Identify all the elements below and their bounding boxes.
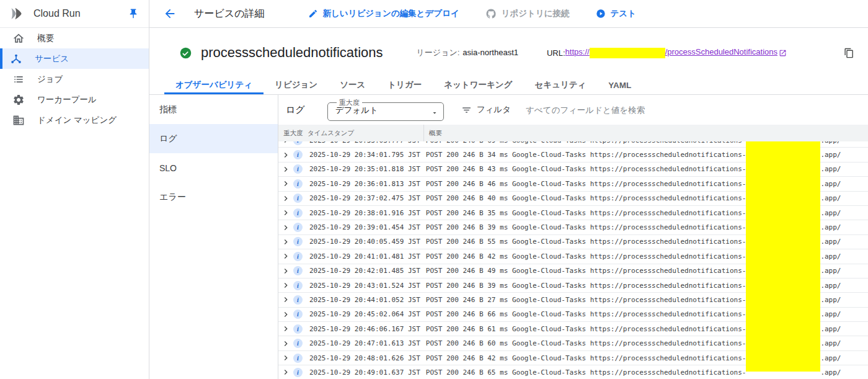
log-row[interactable]: i 2025-10-29 20:42:01.485 JST POST 200 2… [278,264,868,279]
subnav-item-errors[interactable]: エラー [149,182,278,212]
sidebar-item-label: 概要 [37,33,54,44]
back-arrow-icon[interactable] [163,6,178,21]
log-row[interactable]: i 2025-10-29 20:39:01.454 JST POST 200 2… [278,220,868,234]
column-header-timestamp: タイムスタンプ [308,129,423,138]
log-row[interactable]: i 2025-10-29 20:37:02.475 JST POST 200 2… [278,192,868,206]
chevron-right-icon[interactable] [281,141,292,145]
service-url-link[interactable]: https:///processScheduledNotifications [565,47,777,58]
tab-revisions[interactable]: リビジョン [264,78,329,94]
tab-security[interactable]: セキュリティ [523,78,597,94]
log-summary: POST 200 246 B 61 ms Google-Cloud-Tasks … [426,325,746,333]
sidebar-item-label: ジョブ [37,74,63,85]
chevron-right-icon[interactable] [281,223,292,233]
log-summary: POST 200 246 B 42 ms Google-Cloud-Tasks … [426,354,746,362]
log-url-suffix: .app/ [820,310,841,318]
chevron-right-icon[interactable] [281,295,292,305]
pin-icon[interactable] [128,8,139,19]
log-row[interactable]: i 2025-10-29 20:45:02.064 JST POST 200 2… [278,308,868,322]
log-timestamp: 2025-10-29 20:37:02.475 JST [309,194,420,202]
log-url-suffix: .app/ [820,151,841,159]
log-timestamp: 2025-10-29 20:47:01.613 JST [309,339,420,347]
gear-icon [12,94,25,106]
sidebar-item-overview[interactable]: 概要 [0,28,149,48]
chevron-right-icon[interactable] [281,266,292,276]
chevron-right-icon[interactable] [281,150,292,160]
open-in-new-icon[interactable] [779,49,787,57]
log-url-suffix: .app/ [820,223,841,231]
severity-dropdown-value: デフォルト [335,105,438,116]
log-row[interactable]: i 2025-10-29 20:34:01.795 JST POST 200 2… [278,148,868,162]
subnav-item-logs[interactable]: ログ [149,124,278,153]
tab-observability[interactable]: オブザーバビリティ [164,78,264,94]
tab-networking[interactable]: ネットワーキング [433,78,523,94]
chevron-right-icon[interactable] [281,194,292,203]
sidebar-item-domain-mappings[interactable]: ドメイン マッピング [0,110,149,130]
chevron-right-icon[interactable] [281,324,292,334]
subnav-item-metrics[interactable]: 指標 [149,95,278,124]
action-label: テスト [611,8,636,19]
sidebar-item-jobs[interactable]: ジョブ [0,69,149,89]
tab-triggers[interactable]: トリガー [376,78,433,94]
sidebar-item-services[interactable]: サービス [0,48,149,69]
chevron-right-icon[interactable] [281,339,292,349]
log-row[interactable]: i 2025-10-29 20:36:01.813 JST POST 200 2… [278,177,868,191]
chevron-right-icon[interactable] [281,208,292,218]
severity-dropdown[interactable]: 重大度 デフォルト [327,99,444,121]
chevron-right-icon[interactable] [281,164,292,174]
tab-source[interactable]: ソース [329,78,376,94]
product-title: Cloud Run [33,8,128,19]
log-row[interactable]: i 2025-10-29 20:46:06.167 JST POST 200 2… [278,322,868,336]
chevron-right-icon[interactable] [281,367,292,377]
info-icon: i [293,141,303,145]
copy-icon[interactable] [844,48,854,58]
log-row[interactable]: i 2025-10-29 20:47:01.613 JST POST 200 2… [278,336,868,350]
subnav-item-slo[interactable]: SLO [149,153,278,182]
log-row[interactable]: i 2025-10-29 20:38:01.916 JST POST 200 2… [278,206,868,220]
log-row[interactable]: i 2025-10-29 20:40:05.459 JST POST 200 2… [278,235,868,249]
product-sidebar: Cloud Run 概要 サービス ジョ [0,0,149,379]
log-row[interactable]: i 2025-10-29 20:44:01.052 JST POST 200 2… [278,293,868,307]
info-icon: i [293,281,303,290]
chevron-right-icon[interactable] [281,280,292,290]
log-timestamp: 2025-10-29 20:43:01.524 JST [309,282,420,290]
connect-repository-button[interactable]: リポジトリに接続 [485,8,570,19]
tab-yaml[interactable]: YAML [597,78,642,94]
chevron-right-icon[interactable] [281,310,292,319]
filter-button[interactable]: フィルタ [461,104,511,115]
log-row[interactable]: i 2025-10-29 20:35:01.818 JST POST 200 2… [278,163,868,177]
info-icon: i [293,150,303,159]
info-icon: i [293,368,303,377]
log-url-suffix: .app/ [820,325,841,333]
chevron-right-icon[interactable] [281,353,292,363]
info-icon: i [293,223,303,232]
service-name: processschedulednotifications [201,45,383,61]
log-row[interactable]: i 2025-10-29 20:49:01.637 JST POST 200 2… [278,365,868,379]
service-tabs: オブザーバビリティ リビジョン ソース トリガー ネットワーキング セキュリティ… [149,78,868,95]
chevron-right-icon[interactable] [281,237,292,247]
sidebar-item-worker-pools[interactable]: ワーカープール [0,89,149,110]
log-row[interactable]: i 2025-10-29 20:48:01.626 JST POST 200 2… [278,351,868,365]
log-timestamp: 2025-10-29 20:35:01.818 JST [309,165,420,173]
sidebar-item-label: ワーカープール [37,94,97,105]
log-timestamp: 2025-10-29 20:36:01.813 JST [309,180,420,188]
edit-pencil-icon [308,9,318,19]
test-button[interactable]: テスト [596,8,636,19]
info-icon: i [293,266,303,275]
chevron-right-icon[interactable] [281,251,292,261]
log-summary: POST 200 246 B 55 ms Google-Cloud-Tasks … [426,238,746,246]
edit-deploy-revision-button[interactable]: 新しいリビジョンの編集とデプロイ [308,8,459,19]
home-icon [12,32,25,45]
main-area: サービスの詳細 新しいリビジョンの編集とデプロイ リポジトリに接続 [149,0,868,379]
log-timestamp: 2025-10-29 20:39:01.454 JST [309,223,420,231]
log-search-input[interactable] [525,105,711,115]
log-url-suffix: .app/ [820,267,841,275]
log-row[interactable]: i 2025-10-29 20:33:03.777 JST POST 200 2… [278,141,868,148]
chevron-right-icon[interactable] [281,179,292,189]
log-url-suffix: .app/ [820,238,841,246]
cloud-run-console: Cloud Run 概要 サービス ジョ [0,0,868,379]
observability-panes: 指標 ログ SLO エラー ログ 重大度 デフォルト [149,95,868,379]
log-row[interactable]: i 2025-10-29 20:43:01.524 JST POST 200 2… [278,279,868,293]
log-row[interactable]: i 2025-10-29 20:41:01.481 JST POST 200 2… [278,249,868,264]
log-url-suffix: .app/ [820,209,841,217]
top-bar-actions: 新しいリビジョンの編集とデプロイ リポジトリに接続 テスト [308,8,636,19]
